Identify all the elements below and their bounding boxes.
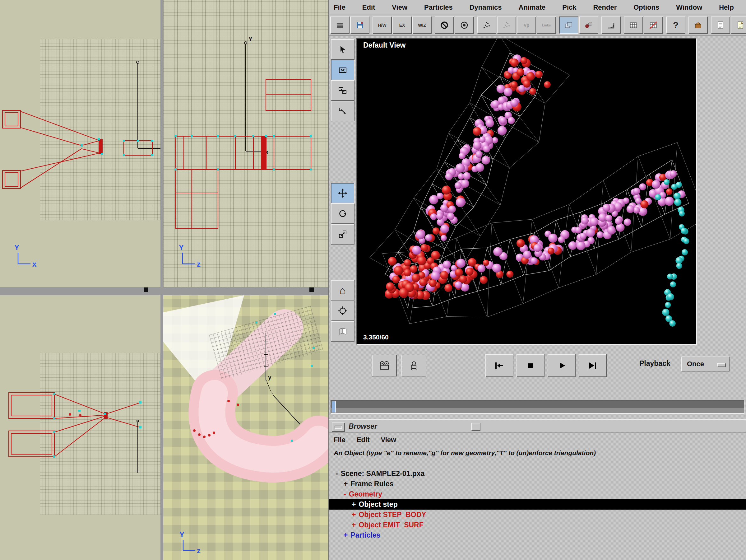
tree-row-object-step-body[interactable]: +Object STEP_BODY — [329, 510, 746, 520]
vp-button[interactable]: Vp — [517, 17, 536, 34]
tree-toggle-icon[interactable]: + — [352, 500, 356, 509]
wiz-button[interactable]: WIZ — [412, 17, 432, 34]
translate-icon — [338, 189, 347, 198]
tree-toggle-icon[interactable]: + — [352, 521, 356, 529]
playback-mode-dropdown[interactable]: Once — [681, 357, 729, 371]
viewport-top-right[interactable]: Y x — [163, 0, 328, 287]
frame-view-button[interactable] — [331, 301, 354, 321]
view-pan-tool-button[interactable] — [331, 60, 354, 80]
stop-button[interactable] — [517, 354, 545, 377]
menu-dynamics[interactable]: Dynamics — [469, 3, 502, 11]
tree-row-particles[interactable]: +Particles — [329, 530, 746, 540]
notes-icon — [737, 21, 744, 29]
browser-toggle-button[interactable] — [559, 17, 578, 34]
document-button[interactable] — [711, 17, 730, 34]
play-button[interactable] — [548, 354, 576, 377]
menu-edit[interactable]: Edit — [362, 3, 375, 11]
ex-button[interactable]: EX — [393, 17, 412, 34]
notes-button[interactable] — [731, 17, 746, 34]
window-menu-button[interactable] — [332, 422, 345, 432]
sash-handle[interactable] — [144, 287, 148, 292]
tree-row-scene[interactable]: -Scene: SAMPLE2-01.pxa — [329, 469, 746, 479]
browser-menu-view[interactable]: View — [381, 436, 396, 444]
stop-icon — [526, 361, 535, 370]
viewport-top-left[interactable]: Y x — [0, 0, 161, 287]
go-to-start-button[interactable] — [485, 354, 513, 377]
scale-icon — [338, 230, 347, 239]
axis-label-z: z — [197, 260, 201, 268]
tree-row-geometry[interactable]: -Geometry — [329, 489, 746, 499]
menu-pick[interactable]: Pick — [562, 3, 576, 11]
viewport-splitter-horizontal[interactable] — [0, 287, 328, 295]
tree-toggle-icon[interactable]: - — [344, 490, 346, 498]
sheet-cut-button[interactable] — [644, 17, 663, 34]
particles-off-button[interactable] — [497, 17, 516, 34]
particles-button[interactable] — [477, 17, 496, 34]
target-button[interactable] — [455, 17, 474, 34]
option-menu-dash-icon — [717, 363, 726, 367]
menu-options[interactable]: Options — [633, 3, 659, 11]
timeline-cursor[interactable] — [332, 401, 336, 413]
rotate-tool-button[interactable] — [331, 203, 354, 224]
axis-label-z: z — [197, 546, 201, 555]
viewport-bottom-left[interactable] — [0, 295, 161, 560]
page-flip-button[interactable] — [331, 321, 354, 342]
sheet-button[interactable] — [624, 17, 643, 34]
help-button[interactable]: ? — [666, 17, 685, 34]
angle-button[interactable] — [601, 17, 621, 34]
translate-tool-button[interactable] — [331, 183, 354, 203]
tree-toggle-icon[interactable]: + — [344, 480, 348, 488]
menu-window[interactable]: Window — [676, 3, 702, 11]
perspective-viewport[interactable]: Default View 3.350/60 — [356, 38, 697, 345]
home-view-button[interactable]: ⌂ — [331, 280, 354, 301]
cyan-handles — [53, 393, 142, 458]
go-to-start-icon — [494, 361, 505, 370]
viewport-splitter-vertical[interactable] — [161, 0, 163, 560]
view-tool-column: ⌂ — [329, 36, 356, 362]
project-button[interactable] — [330, 17, 349, 34]
tree-toggle-icon[interactable]: + — [344, 531, 348, 539]
sash-handle[interactable] — [309, 287, 314, 292]
browser-titlebar[interactable]: Browser — [329, 419, 746, 432]
wireframe-top-left: Y x — [0, 0, 161, 287]
menu-view[interactable]: View — [392, 3, 407, 11]
menu-file[interactable]: File — [334, 3, 345, 11]
perspective-surface: y Y z — [163, 295, 328, 560]
select-tool-button[interactable] — [331, 39, 354, 60]
project-icon — [336, 21, 344, 29]
tree-row-object-step[interactable]: +Object step — [329, 499, 746, 510]
view-dolly-icon — [338, 107, 347, 115]
scale-tool-button[interactable] — [331, 224, 354, 245]
pointer-icon — [338, 45, 347, 54]
menu-particles[interactable]: Particles — [424, 3, 453, 11]
view-zoom-tool-button[interactable] — [331, 80, 354, 101]
menu-help[interactable]: Help — [719, 3, 734, 11]
record-movie-button[interactable] — [372, 355, 397, 376]
hw-render-button[interactable]: H/W — [373, 17, 392, 34]
save-button[interactable] — [350, 17, 369, 34]
application-window: Y x Y x — [0, 0, 746, 560]
tree-row-object-emit-surf[interactable]: +Object EMIT_SURF — [329, 520, 746, 530]
tree-row-frame-rules[interactable]: +Frame Rules — [329, 479, 746, 489]
no-entry-button[interactable] — [435, 17, 454, 34]
browser-hint-text: An Object (type "e" to rename,"g" for ne… — [334, 449, 596, 457]
titlebar-gadget[interactable] — [471, 423, 481, 431]
axis-gnomon: Y x — [14, 243, 37, 268]
package-button[interactable] — [688, 17, 708, 34]
browser-menu-edit[interactable]: Edit — [357, 436, 370, 444]
timeline-scrollbar[interactable] — [331, 400, 744, 414]
tree-toggle-icon[interactable]: - — [336, 470, 338, 478]
links-button[interactable]: Links — [537, 17, 556, 34]
menu-render[interactable]: Render — [593, 3, 616, 11]
viewport-bottom-right[interactable]: y Y z — [163, 295, 328, 560]
browser-menu-file[interactable]: File — [334, 436, 345, 444]
record-frame-button[interactable] — [401, 355, 426, 376]
tree-toggle-icon[interactable]: + — [352, 510, 356, 519]
menu-animate[interactable]: Animate — [519, 3, 546, 11]
browser-window: Browser File Edit View An Object (type "… — [329, 419, 746, 560]
target-icon — [460, 21, 469, 30]
go-to-end-button[interactable] — [579, 354, 607, 377]
view-dolly-tool-button[interactable] — [331, 101, 354, 121]
transport-controls — [485, 354, 607, 377]
materials-button[interactable] — [579, 17, 598, 34]
